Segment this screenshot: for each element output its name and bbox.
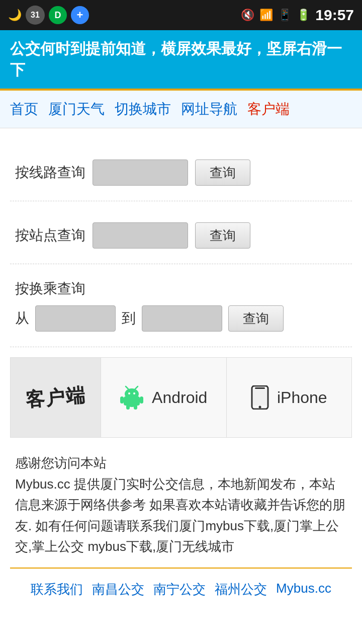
- transfer-to-label: 到: [122, 309, 136, 328]
- svg-rect-8: [140, 396, 143, 404]
- svg-rect-10: [134, 405, 137, 410]
- route-query-label: 按线路查询: [15, 163, 85, 182]
- clock-display: 19:57: [315, 7, 354, 24]
- station-query-button[interactable]: 查询: [195, 222, 250, 249]
- svg-point-3: [128, 392, 130, 394]
- route-query-section: 按线路查询 查询: [10, 138, 352, 201]
- calendar-icon: 31: [26, 6, 45, 25]
- svg-point-2: [125, 388, 139, 399]
- svg-rect-9: [126, 405, 130, 410]
- add-icon: +: [71, 6, 89, 24]
- svg-point-13: [258, 406, 261, 409]
- d-icon: D: [49, 6, 67, 24]
- transfer-query-title: 按换乘查询: [15, 279, 347, 298]
- transfer-query-button[interactable]: 查询: [228, 305, 284, 332]
- iphone-download[interactable]: iPhone: [227, 358, 352, 437]
- main-content: 按线路查询 查询 按站点查询 查询 按换乘查询 从 到 查询: [0, 128, 362, 620]
- svg-rect-12: [255, 387, 265, 389]
- route-query-button[interactable]: 查询: [195, 159, 250, 186]
- svg-rect-7: [120, 396, 124, 404]
- nav-home[interactable]: 首页: [10, 100, 38, 119]
- footer-text-content: 感谢您访问本站Mybus.cc 提供厦门实时公交信息，本地新闻发布，本站信息来源…: [15, 453, 347, 557]
- footer-link-fuzhou[interactable]: 福州公交: [215, 581, 267, 598]
- nav-client[interactable]: 客户端: [247, 100, 290, 119]
- header-banner: 公交何时到提前知道，横屏效果最好，坚屏右滑一下: [0, 30, 362, 91]
- route-query-row: 按线路查询 查询: [15, 159, 347, 186]
- client-section: 客户端 Android: [10, 357, 352, 438]
- client-logo: 客户端: [11, 358, 101, 437]
- transfer-from-input[interactable]: [35, 305, 116, 332]
- client-logo-text: 客户端: [25, 382, 87, 413]
- nav-urls[interactable]: 网址导航: [181, 100, 237, 119]
- svg-point-4: [133, 392, 135, 394]
- station-query-row: 按站点查询 查询: [15, 222, 347, 249]
- nav-weather[interactable]: 厦门天气: [48, 100, 105, 119]
- footer-links: 联系我们 南昌公交 南宁公交 福州公交 Mybus.cc: [10, 569, 352, 610]
- transfer-from-label: 从: [15, 309, 29, 328]
- svg-rect-14: [253, 389, 267, 406]
- android-robot-icon: [120, 385, 144, 410]
- wifi-icon: 📶: [259, 9, 273, 22]
- footer-link-nanchang[interactable]: 南昌公交: [92, 581, 144, 598]
- transfer-query-row: 从 到 查询: [15, 305, 347, 332]
- svg-line-6: [135, 386, 138, 389]
- nav-bar: 首页 厦门天气 切换城市 网址导航 客户端: [0, 91, 362, 128]
- volume-icon: 🔇: [241, 9, 254, 22]
- footer-link-contact[interactable]: 联系我们: [31, 581, 83, 598]
- footer-link-mybus[interactable]: Mybus.cc: [276, 581, 331, 598]
- nav-city[interactable]: 切换城市: [115, 100, 171, 119]
- status-left-icons: 🌙 31 D +: [8, 6, 89, 25]
- footer-link-nanning[interactable]: 南宁公交: [153, 581, 206, 598]
- banner-text: 公交何时到提前知道，横屏效果最好，坚屏右滑一下: [10, 40, 342, 78]
- station-query-label: 按站点查询: [15, 226, 85, 245]
- transfer-to-input[interactable]: [142, 305, 222, 332]
- footer-description: 感谢您访问本站Mybus.cc 提供厦门实时公交信息，本地新闻发布，本站信息来源…: [10, 448, 352, 569]
- transfer-query-section: 按换乘查询 从 到 查询: [10, 264, 352, 347]
- status-bar: 🌙 31 D + 🔇 📶 📱 🔋 19:57: [0, 0, 362, 30]
- android-label: Android: [152, 388, 207, 407]
- android-download[interactable]: Android: [101, 358, 227, 437]
- station-query-section: 按站点查询 查询: [10, 201, 352, 264]
- route-query-input[interactable]: [93, 159, 188, 186]
- notification-icon: 🌙: [8, 9, 22, 22]
- status-right-icons: 🔇 📶 📱 🔋 19:57: [241, 7, 354, 24]
- iphone-device-icon: [251, 385, 269, 410]
- signal-icon: 📱: [278, 9, 292, 22]
- iphone-label: iPhone: [277, 388, 327, 407]
- battery-icon: 🔋: [297, 9, 310, 22]
- svg-line-5: [126, 386, 128, 389]
- station-query-input[interactable]: [93, 222, 188, 249]
